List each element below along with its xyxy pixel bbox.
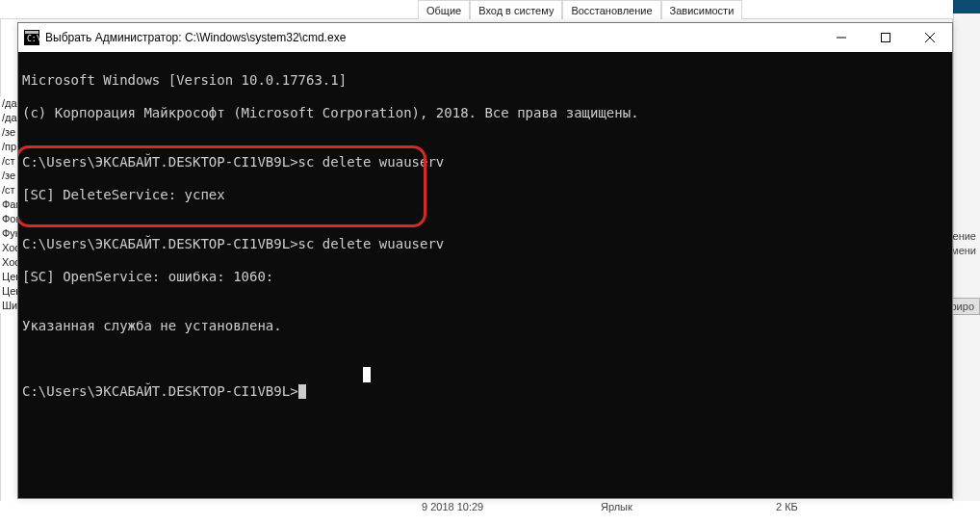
terminal-prompt: C:\Users\ЭКСАБАЙТ.DESKTOP-CI1VB9L> (22, 383, 952, 400)
close-button[interactable] (908, 23, 952, 52)
file-date: 9 2018 10:29 (422, 501, 483, 512)
terminal-line: C:\Users\ЭКСАБАЙТ.DESKTOP-CI1VB9L>sc del… (22, 154, 952, 171)
window-title: Выбрать Администратор: C:\Windows\system… (45, 31, 346, 44)
minimize-button[interactable] (819, 23, 864, 52)
terminal-line: Указанная служба не установлена. (22, 318, 952, 334)
explorer-status-row: 9 2018 10:29 Ярлык 2 КБ (0, 501, 980, 522)
tab-general[interactable]: Общие (418, 0, 470, 19)
svg-text:C:\: C:\ (27, 35, 39, 43)
svg-rect-4 (882, 34, 890, 42)
terminal-line: [SC] DeleteService: успех (22, 187, 952, 203)
maximize-button[interactable] (864, 23, 908, 52)
file-type: Ярлык (601, 501, 632, 512)
tab-dependencies[interactable]: Зависимости (661, 0, 743, 19)
svg-rect-1 (25, 31, 39, 34)
terminal-line: Microsoft Windows [Version 10.0.17763.1] (22, 72, 952, 89)
terminal-area[interactable]: Microsoft Windows [Version 10.0.17763.1]… (18, 52, 952, 498)
cmd-window: C:\ Выбрать Администратор: C:\Windows\sy… (17, 22, 953, 499)
file-size: 2 КБ (776, 501, 798, 512)
tab-logon[interactable]: Вход в систему (470, 0, 562, 19)
terminal-line: [SC] OpenService: ошибка: 1060: (22, 269, 952, 285)
mouse-cursor-block (363, 367, 371, 382)
background-tabs: Общие Вход в систему Восстановление Зави… (418, 0, 742, 19)
titlebar[interactable]: C:\ Выбрать Администратор: C:\Windows\sy… (18, 23, 952, 52)
text-cursor (298, 384, 306, 399)
terminal-line: (c) Корпорация Майкрософт (Microsoft Cor… (22, 105, 952, 121)
bg-text-fragment: мени (951, 245, 976, 256)
tab-recovery[interactable]: Восстановление (562, 0, 660, 19)
terminal-line: C:\Users\ЭКСАБАЙТ.DESKTOP-CI1VB9L>sc del… (22, 236, 952, 252)
cmd-icon: C:\ (24, 30, 39, 45)
